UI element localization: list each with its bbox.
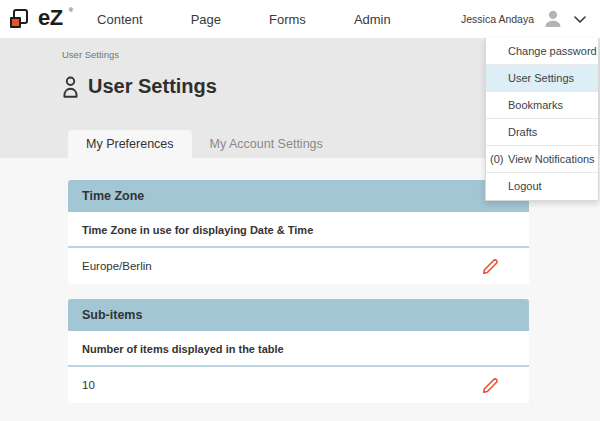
tabs: My Preferences My Account Settings <box>68 130 341 158</box>
setting-value-row: 10 <box>68 367 529 403</box>
tab-my-account-settings[interactable]: My Account Settings <box>192 130 341 158</box>
section-body: Time Zone in use for displaying Date & T… <box>68 212 529 284</box>
pencil-icon <box>482 258 499 275</box>
nav-item-forms[interactable]: Forms <box>269 12 306 27</box>
menu-item-bookmarks[interactable]: Bookmarks <box>486 92 598 119</box>
setting-label: Time Zone in use for displaying Date & T… <box>68 212 529 246</box>
nav-item-content[interactable]: Content <box>97 12 143 27</box>
edit-subitems-button[interactable] <box>482 377 499 394</box>
setting-value: 10 <box>82 379 95 391</box>
logo-orange-square <box>10 17 21 28</box>
chevron-down-icon <box>574 16 586 23</box>
settings-section-timezone: Time Zone Time Zone in use for displayin… <box>68 180 529 284</box>
menu-item-change-password[interactable]: Change password <box>486 38 598 65</box>
menu-item-drafts[interactable]: Drafts <box>486 119 598 146</box>
setting-value: Europe/Berlin <box>82 260 152 272</box>
person-outline-icon <box>62 76 79 98</box>
registered-mark: ® <box>69 7 73 13</box>
nav-item-page[interactable]: Page <box>191 12 221 27</box>
page-title: User Settings <box>88 75 217 98</box>
tab-my-preferences[interactable]: My Preferences <box>68 130 192 158</box>
setting-value-row: Europe/Berlin <box>68 248 529 284</box>
menu-item-label: View Notifications <box>508 153 595 165</box>
menu-item-user-settings[interactable]: User Settings <box>486 65 598 92</box>
user-dropdown-menu: Change password User Settings Bookmarks … <box>485 38 599 201</box>
ez-admin-screen: eZ ® Content Page Forms Admin Jessica An… <box>0 0 600 421</box>
section-body: Number of items displayed in the table 1… <box>68 331 529 403</box>
menu-item-logout[interactable]: Logout <box>486 173 598 200</box>
ez-logo[interactable]: eZ ® <box>10 5 73 33</box>
menu-item-view-notifications[interactable]: (0)View Notifications <box>486 146 598 173</box>
user-name: Jessica Andaya <box>461 13 534 25</box>
user-menu-trigger[interactable]: Jessica Andaya <box>461 8 586 30</box>
section-header: Sub-items <box>68 299 529 331</box>
nav-item-admin[interactable]: Admin <box>354 12 391 27</box>
topbar: eZ ® Content Page Forms Admin Jessica An… <box>0 0 600 38</box>
pencil-icon <box>482 377 499 394</box>
avatar-icon <box>542 8 564 30</box>
ez-logo-icon <box>10 8 33 33</box>
section-header: Time Zone <box>68 180 529 212</box>
main-nav: Content Page Forms Admin <box>97 12 391 27</box>
settings-section-subitems: Sub-items Number of items displayed in t… <box>68 299 529 403</box>
setting-label: Number of items displayed in the table <box>68 331 529 365</box>
notification-count: (0) <box>490 146 503 173</box>
edit-timezone-button[interactable] <box>482 258 499 275</box>
ez-logo-text: eZ <box>38 5 63 31</box>
